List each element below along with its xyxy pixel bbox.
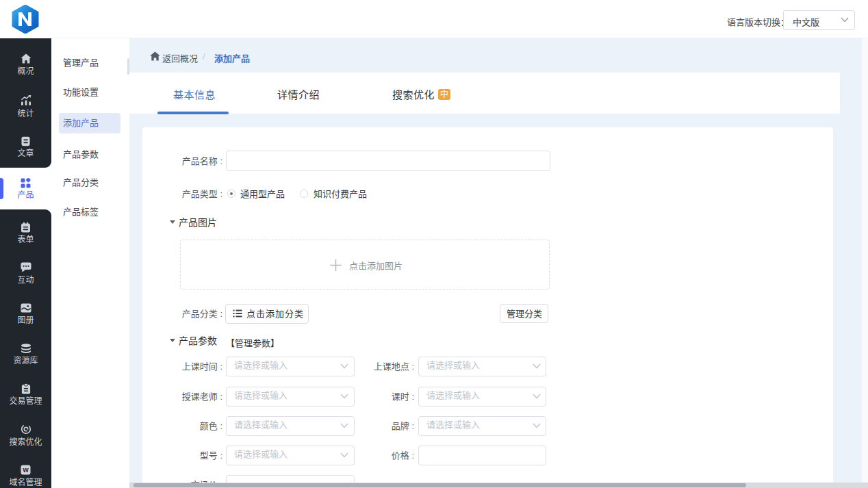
svg-text:w: w (22, 465, 29, 474)
